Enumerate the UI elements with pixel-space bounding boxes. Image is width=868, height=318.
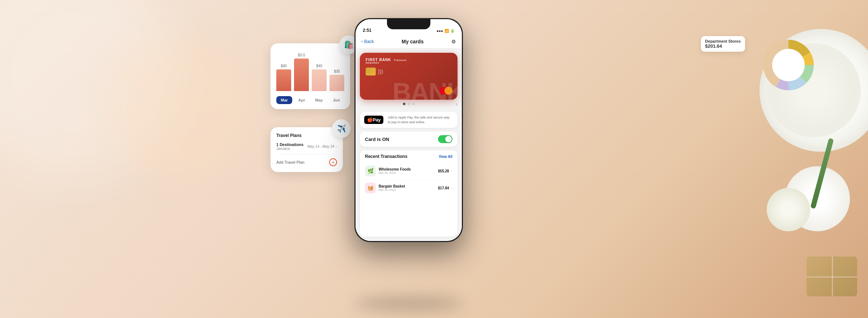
transaction-icon-wholesome: 🌿 [365, 166, 376, 176]
spending-widget: 🛍️ $40 $3.0 $40 $30 Mar Apr May Jun [271, 43, 350, 109]
transaction-amount-wholesome: $55.28 › [438, 169, 452, 173]
bar-label-mar-top: $40 [281, 64, 287, 68]
donut-label: Department Stores $201.64 [701, 36, 745, 52]
bar-apr [294, 59, 309, 91]
credit-card: FIRST BANK Platinum REWARDS ))) BANK [360, 53, 458, 100]
dot-1 [403, 103, 405, 105]
gift-ribbon-v [832, 257, 833, 296]
transaction-date-bargain: Mar 28, 2023 [379, 188, 435, 192]
dot-2 [408, 103, 410, 105]
chevron-right-icon: › [336, 145, 337, 149]
travel-destination: 1 Destinations Jamaica May 14 - May 24 › [276, 142, 337, 151]
gift-box [807, 257, 857, 296]
phone-outer: 2:51 ●●● 📶 🔋 ‹ Back My cards ⚙ [354, 18, 463, 242]
tab-apr[interactable]: Apr [294, 96, 310, 104]
transaction-icon-bargain: 🧺 [365, 182, 376, 193]
small-flower-2 [767, 188, 810, 231]
phone-container: 2:51 ●●● 📶 🔋 ‹ Back My cards ⚙ [354, 18, 463, 242]
flower-stem [810, 138, 834, 209]
add-travel-label: Add Travel Plan [276, 160, 305, 164]
card-indicator-dots [403, 101, 415, 107]
destination-count: 1 Destinations [276, 142, 303, 147]
transactions-section: Recent Transactions View All 🌿 Wholesome… [360, 150, 458, 237]
store-amount: $201.64 [705, 43, 741, 49]
toggle-knob [445, 136, 452, 142]
add-travel-section[interactable]: Add Travel Plan + [276, 154, 337, 166]
wifi-icon: 📶 [444, 29, 449, 33]
apple-pay-logo: 🍎Pay [364, 116, 383, 124]
nfc-icon: ))) [378, 69, 383, 74]
bar-jun [329, 75, 344, 91]
card-toggle-label: Card is ON [365, 137, 389, 142]
add-travel-button[interactable]: + [329, 158, 337, 166]
bar-label-may-top: $40 [316, 64, 322, 68]
small-flower [785, 166, 850, 231]
phone-notch [387, 19, 430, 29]
card-chip-area: ))) [366, 68, 452, 76]
transaction-item[interactable]: 🧺 Bargain Basket Mar 28, 2023 $17.84 › [365, 180, 452, 196]
chevron-right-icon: › [451, 169, 452, 173]
donut-chart-svg [756, 33, 821, 98]
bar-group-mar: $40 [276, 64, 291, 91]
battery-icon: 🔋 [450, 29, 455, 33]
donut-widget: Department Stores $201.64 [756, 33, 821, 99]
chevron-right-icon: › [451, 186, 452, 190]
bar-may [312, 69, 327, 91]
phone-shadow [354, 296, 463, 311]
apple-pay-section[interactable]: 🍎Pay Add to Apple Pay, the safe and secu… [360, 112, 458, 128]
destination-name: Jamaica [276, 147, 303, 151]
page-title: My cards [401, 39, 424, 44]
tab-mar[interactable]: Mar [276, 96, 292, 104]
bar-label-jun-top: $30 [334, 69, 340, 73]
transaction-amount-bargain: $17.84 › [438, 186, 452, 190]
mc-yellow-circle [444, 87, 452, 95]
bar-mar [276, 69, 291, 91]
card-toggle-section[interactable]: Card is ON [360, 132, 458, 147]
travel-title: Travel Plans [276, 133, 337, 138]
back-label: Back [364, 39, 374, 44]
transaction-name-bargain: Bargain Basket [379, 184, 435, 188]
mastercard-logo [439, 87, 452, 95]
tab-jun[interactable]: Jun [328, 96, 344, 104]
chevron-left-icon: ‹ [361, 39, 363, 44]
bg-blob-center [109, 36, 253, 181]
transactions-header: Recent Transactions View All [365, 154, 452, 159]
status-icons: ●●● 📶 🔋 [437, 29, 455, 33]
bar-group-may: $40 [312, 64, 327, 91]
apple-pay-description: Add to Apple Pay, the safe and secure wa… [388, 115, 453, 124]
nav-bar: ‹ Back My cards ⚙ [356, 35, 462, 48]
airplane-icon-badge: ✈️ [332, 119, 351, 138]
status-time: 2:51 [363, 28, 371, 33]
view-all-button[interactable]: View All [439, 155, 452, 159]
card-area: FIRST BANK Platinum REWARDS ))) BANK [360, 53, 458, 108]
travel-widget: ✈️ Travel Plans 1 Destinations Jamaica M… [271, 127, 343, 172]
bar-label-apr-top: $3.0 [298, 53, 305, 57]
settings-button[interactable]: ⚙ [451, 39, 456, 44]
back-button[interactable]: ‹ Back [361, 39, 374, 44]
transaction-info-bargain: Bargain Basket Mar 28, 2023 [379, 184, 435, 192]
destination-date: May 14 - May 24 › [307, 145, 337, 149]
card-toggle-switch[interactable] [438, 135, 452, 143]
donut-hole [772, 49, 805, 81]
dot-3 [412, 103, 415, 105]
chip-icon [366, 68, 376, 76]
transaction-date-wholesome: Mar 28, 2023 [379, 171, 435, 175]
transaction-item[interactable]: 🌿 Wholesome Foods Mar 28, 2023 $55.28 › [365, 163, 452, 180]
phone-content: FIRST BANK Platinum REWARDS ))) BANK [356, 48, 462, 241]
bar-group-apr: $3.0 [294, 53, 309, 91]
transaction-info-wholesome: Wholesome Foods Mar 28, 2023 [379, 167, 435, 175]
store-name: Department Stores [705, 39, 741, 43]
gift-ribbon-h [807, 276, 857, 278]
chart-bars: $40 $3.0 $40 $30 [276, 50, 344, 93]
transaction-name-wholesome: Wholesome Foods [379, 167, 435, 171]
destination-info: 1 Destinations Jamaica [276, 142, 303, 151]
card-bank-name: FIRST BANK Platinum REWARDS [366, 58, 407, 64]
tab-may[interactable]: May [311, 96, 327, 104]
signal-icon: ●●● [437, 29, 443, 33]
month-tabs: Mar Apr May Jun [276, 96, 344, 104]
next-card-arrow[interactable]: › [456, 101, 458, 107]
transactions-title: Recent Transactions [365, 154, 407, 159]
phone-inner: 2:51 ●●● 📶 🔋 ‹ Back My cards ⚙ [356, 19, 462, 241]
bar-group-jun: $30 [329, 69, 344, 91]
